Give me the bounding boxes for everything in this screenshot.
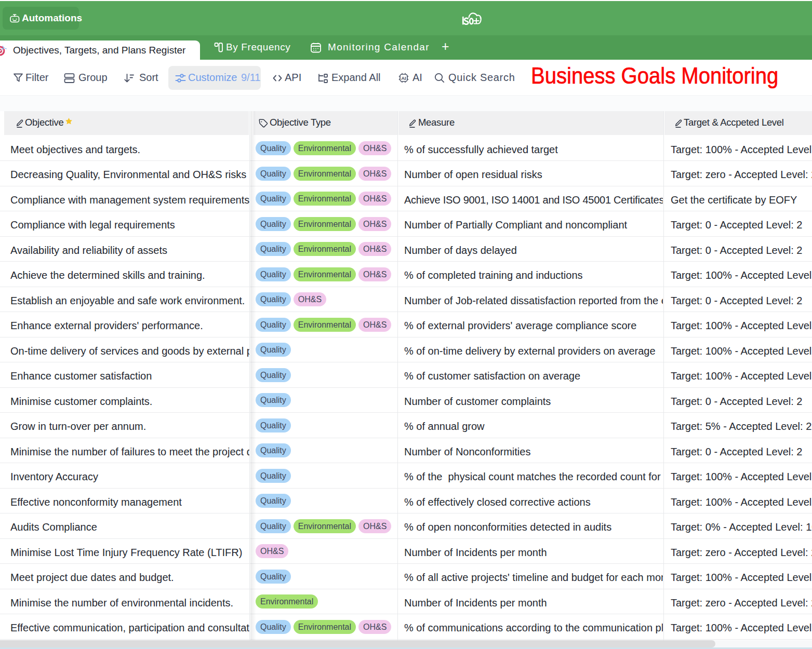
svg-text:AI: AI xyxy=(401,75,406,81)
